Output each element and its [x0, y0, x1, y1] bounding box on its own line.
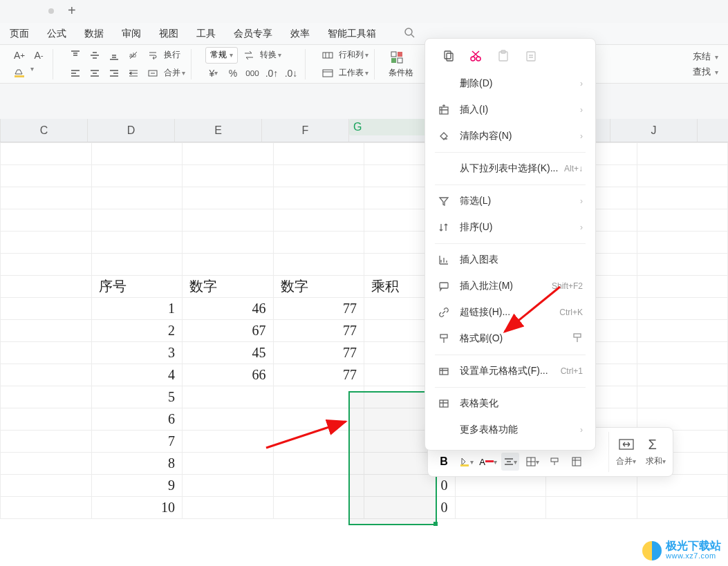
copy-icon[interactable] [440, 48, 456, 64]
search-icon[interactable] [404, 27, 415, 41]
row-col-label[interactable]: 行和列 ▾ [339, 47, 368, 64]
decrease-decimal-button[interactable]: .0↓ [283, 65, 299, 82]
decrease-font-button[interactable]: A- [30, 47, 47, 64]
ctx-item-label: 排序(U) [460, 221, 492, 234]
col-g-selected[interactable]: G [349, 119, 436, 135]
fill-handle[interactable] [433, 522, 438, 526]
font-color-mini-button[interactable]: A▾ [479, 453, 497, 471]
ctx-item-9[interactable]: 格式刷(O) [425, 326, 595, 352]
svg-point-0 [405, 28, 412, 35]
increase-font-button[interactable]: A+ [11, 47, 28, 64]
ctx-item-12[interactable]: 更多表格功能› [425, 417, 595, 443]
menu-smart-toolbox[interactable]: 智能工具箱 [328, 28, 376, 40]
col-c[interactable]: C [1, 119, 88, 142]
align-top-button[interactable] [67, 47, 84, 64]
svg-line-1 [411, 35, 414, 37]
orientation-button[interactable]: ab [125, 47, 142, 64]
table-icon [438, 397, 450, 410]
wrap-text-button[interactable] [144, 47, 161, 64]
ctx-item-4[interactable]: 筛选(L)› [425, 188, 595, 214]
align-bottom-button[interactable] [106, 47, 122, 64]
worksheet-label[interactable]: 工作表 ▾ [339, 65, 368, 82]
menu-tools[interactable]: 工具 [196, 28, 216, 40]
cut-icon[interactable] [468, 48, 483, 64]
menu-efficiency[interactable]: 效率 [290, 28, 310, 40]
row-col-icon[interactable] [319, 47, 336, 64]
conditional-format-icon[interactable] [389, 49, 405, 66]
indent-decrease-button[interactable] [125, 65, 142, 82]
merge-dropdown[interactable]: 合并▾ [616, 437, 636, 467]
svg-rect-18 [440, 107, 448, 114]
watermark: 极光下载站 www.xz7.com [642, 541, 721, 560]
freeze-panes-button[interactable]: 东结 ▾ [693, 50, 718, 63]
chevron-right-icon: › [580, 105, 583, 115]
convert-label[interactable]: 转换 ▾ [260, 47, 281, 64]
paste-special-icon[interactable] [523, 48, 539, 64]
borders-mini-button[interactable]: ▾ [523, 453, 541, 471]
col-e[interactable]: E [175, 119, 262, 142]
chevron-right-icon: › [580, 79, 583, 88]
menu-view[interactable]: 视图 [159, 28, 178, 40]
menu-formula[interactable]: 公式 [47, 28, 66, 40]
filter-icon [438, 195, 450, 207]
svg-rect-19 [440, 283, 448, 288]
menu-page[interactable]: 页面 [10, 28, 29, 40]
menu-review[interactable]: 审阅 [122, 28, 141, 40]
context-menu: 删除(D)›插入(I)›清除内容(N)›从下拉列表中选择(K)...Alt+↓筛… [424, 38, 596, 451]
find-button[interactable]: 查找 ▾ [693, 66, 718, 78]
ctx-item-label: 从下拉列表中选择(K)... [460, 162, 558, 175]
merge-label[interactable]: 合并 ▾ [164, 65, 185, 82]
ctx-item-10[interactable]: 设置单元格格式(F)...Ctrl+1 [425, 358, 595, 384]
percent-button[interactable]: % [225, 65, 241, 82]
bold-button[interactable]: B [435, 453, 453, 471]
merge-cells-button[interactable] [144, 65, 161, 82]
ctx-item-11[interactable]: 表格美化 [425, 390, 595, 417]
ctx-item-3[interactable]: 从下拉列表中选择(K)...Alt+↓ [425, 155, 595, 182]
blank-icon [438, 77, 450, 90]
new-tab-button[interactable]: + [68, 3, 76, 19]
align-center-button[interactable] [86, 65, 103, 82]
h-seq[interactable]: 序号 [91, 276, 183, 298]
convert-button[interactable] [241, 47, 257, 64]
align-right-button[interactable] [106, 65, 122, 82]
col-d[interactable]: D [88, 119, 175, 142]
column-headers[interactable]: C D E F G H I J [0, 119, 728, 142]
wrap-label[interactable]: 换行 [164, 47, 180, 64]
menu-data[interactable]: 数据 [84, 28, 104, 40]
menu-member[interactable]: 会员专享 [234, 28, 272, 40]
fill-color-mini-button[interactable]: ▾ [457, 453, 475, 471]
watermark-title: 极光下载站 [666, 541, 721, 551]
number-format-select[interactable]: 常规▾ [205, 47, 238, 64]
worksheet-icon[interactable] [319, 65, 336, 82]
autosum-dropdown[interactable]: Σ 求和▾ [646, 437, 666, 467]
ctx-item-8[interactable]: 超链接(H)...Ctrl+K [425, 299, 595, 326]
ctx-item-6[interactable]: 插入图表 [425, 247, 595, 273]
paste-icon[interactable] [496, 48, 511, 64]
ctx-item-5[interactable]: 排序(U)› [425, 214, 595, 240]
format-painter-mini-button[interactable] [545, 453, 563, 471]
thousands-button[interactable]: 000 [244, 65, 261, 82]
ctx-item-2[interactable]: 清除内容(N)› [425, 123, 595, 149]
h-num2[interactable]: 数字 [273, 276, 364, 298]
ctx-item-label: 表格美化 [460, 397, 498, 410]
col-f[interactable]: F [262, 119, 349, 142]
ctx-item-1[interactable]: 插入(I)› [425, 97, 595, 123]
h-num1[interactable]: 数字 [183, 276, 274, 298]
align-middle-button[interactable] [86, 47, 103, 64]
align-center-mini-button[interactable]: ▾ [501, 453, 519, 471]
increase-decimal-button[interactable]: .0↑ [263, 65, 280, 82]
format-table-mini-button[interactable] [568, 453, 586, 471]
ctx-item-7[interactable]: 插入批注(M)Shift+F2 [425, 273, 595, 299]
svg-rect-27 [551, 458, 558, 462]
format-painter-extra-icon [572, 332, 583, 346]
conditional-format-label[interactable]: 条件格 [389, 67, 413, 79]
chart-icon [438, 254, 450, 266]
fill-color-button[interactable] [11, 65, 28, 82]
align-left-button[interactable] [67, 65, 84, 82]
col-j[interactable]: J [610, 119, 698, 142]
svg-rect-20 [440, 334, 447, 338]
svg-rect-12 [447, 53, 453, 61]
ctx-item-0[interactable]: 删除(D)› [425, 70, 595, 97]
svg-rect-8 [398, 52, 402, 57]
currency-button[interactable]: ¥ ▾ [205, 65, 222, 82]
